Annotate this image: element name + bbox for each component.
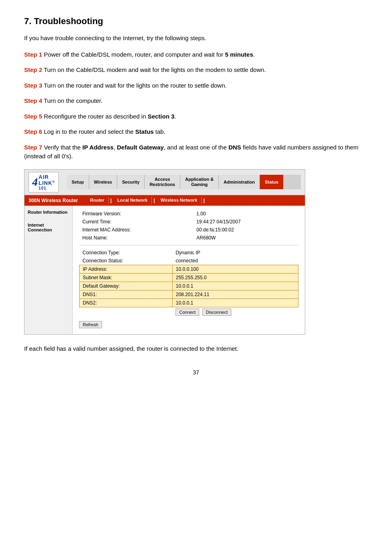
step-2-text: Turn on the Cable/DSL modem and wait for… <box>42 66 266 73</box>
step-5-text: Reconfigure the router as described in <box>42 113 148 120</box>
table-row-highlighted: DNS1: 208.201.224.11 <box>80 290 298 299</box>
router-logo: 4 AIR LINK® 101 <box>29 172 59 192</box>
table-row-highlighted: DNS2: 10.0.0.1 <box>80 299 298 307</box>
router-sidebar: Router Information Internet Connection <box>24 206 73 334</box>
router-title-label: 300N Wireless Router <box>29 198 78 203</box>
page-number: 37 <box>24 369 368 376</box>
gateway-value: 10.0.0.1 <box>172 282 298 290</box>
step-6-text2: tab. <box>154 128 165 135</box>
logo-airlink: AIR LINK® 101 <box>39 174 55 190</box>
tab-administration[interactable]: Administration <box>219 175 260 189</box>
step-1-bold: 5 minutes <box>225 51 253 58</box>
conn-type-value: Dynamic IP <box>172 249 298 257</box>
step-3-label: Step 3 <box>24 82 42 89</box>
subnet-label: Subnet Mask: <box>80 273 173 282</box>
sub-tab-sep1: | <box>109 197 113 204</box>
table-row: Connection Status: connected <box>80 257 298 265</box>
step-7-bold3: DNS <box>229 144 241 151</box>
page-title: 7. Troubleshooting <box>24 16 368 27</box>
table-row: Firmware Version: 1.00 <box>79 210 298 218</box>
dns2-value: 10.0.0.1 <box>172 299 298 307</box>
tab-wireless[interactable]: Wireless <box>89 175 117 189</box>
logo-box: 4 AIR LINK® 101 <box>29 172 59 192</box>
step-6-label: Step 6 <box>24 128 42 135</box>
table-row: Host Name: AR680W <box>79 234 298 242</box>
table-row: Connect Disconnect <box>80 307 298 317</box>
hostname-value: AR680W <box>193 234 298 242</box>
table-row: Connection Type: Dynamic IP <box>80 249 298 257</box>
step-2-label: Step 2 <box>24 66 42 73</box>
buttons-label <box>80 307 173 317</box>
hostname-label: Host Name: <box>79 234 193 242</box>
conn-type-label: Connection Type: <box>80 249 173 257</box>
sub-tab-sep3: | <box>202 197 206 204</box>
tab-status[interactable]: Status <box>260 175 284 189</box>
sub-tab-router[interactable]: Router <box>86 197 108 204</box>
step-6-text: Log in to the router and select the <box>42 128 135 135</box>
logo-four: 4 <box>32 176 38 188</box>
current-time-label: Current Time: <box>79 218 193 226</box>
table-row-highlighted: IP Address: 10.0.0.100 <box>80 265 298 273</box>
conn-status-value: connected <box>172 257 298 265</box>
step-1-text: Power off the Cable/DSL modem, router, a… <box>42 51 225 58</box>
closing-text: If each field has a valid number assigne… <box>24 344 368 354</box>
nav-tabs: Setup Wireless Security AccessRestrictio… <box>67 175 301 189</box>
step-7-text4: , and at least one of the <box>164 144 229 151</box>
subnet-value: 255.255.255.0 <box>172 273 298 282</box>
router-ui-container: 4 AIR LINK® 101 Setup Wireless Security … <box>24 169 305 335</box>
ip-value: 10.0.0.100 <box>172 265 298 273</box>
step-7-bold2: Default Gateway <box>117 144 164 151</box>
step-7-bold1: IP Address <box>82 144 114 151</box>
refresh-button[interactable]: Refresh <box>79 321 102 328</box>
router-screenshot: 4 AIR LINK® 101 Setup Wireless Security … <box>24 169 368 335</box>
mac-value: 00:de:fa:15:00:02 <box>193 226 298 234</box>
step-5-bold: Section 3 <box>148 113 175 120</box>
step-4: Step 4 Turn on the computer. <box>24 96 368 106</box>
sub-tab-local-network[interactable]: Local Network <box>113 197 152 204</box>
mac-label: Internet MAC Address: <box>79 226 193 234</box>
step-7: Step 7 Verify that the IP Address, Defau… <box>24 143 368 161</box>
table-row: Internet MAC Address: 00:de:fa:15:00:02 <box>79 226 298 234</box>
logo-101-text: 101 <box>39 186 55 190</box>
sub-tab-sep2: | <box>152 197 156 204</box>
conn-status-label: Connection Status: <box>80 257 173 265</box>
dns2-label: DNS2: <box>80 299 173 307</box>
firmware-label: Firmware Version: <box>79 210 193 218</box>
gateway-label: Default Gateway: <box>80 282 173 290</box>
sidebar-internet-conn: Internet Connection <box>28 223 69 232</box>
tab-setup[interactable]: Setup <box>67 175 89 189</box>
step-4-text: Turn on the computer. <box>42 97 102 104</box>
tab-access-restrictions[interactable]: AccessRestrictions <box>145 175 180 189</box>
logo-link-text: LINK® <box>39 180 55 186</box>
sidebar-router-info: Router Information <box>28 210 69 215</box>
table-row: Current Time: 19:44:27 04/15/2007 <box>79 218 298 226</box>
refresh-section: Refresh <box>79 321 298 328</box>
router-info-table: Firmware Version: 1.00 Current Time: 19:… <box>79 210 298 242</box>
router-subheader: 300N Wireless Router Router | Local Netw… <box>24 195 305 206</box>
dns1-value: 208.201.224.11 <box>172 290 298 299</box>
step-7-text: Verify that the <box>42 144 82 151</box>
disconnect-button[interactable]: Disconnect <box>202 309 231 316</box>
step-3: Step 3 Turn on the router and wait for t… <box>24 81 368 90</box>
tab-security[interactable]: Security <box>117 175 145 189</box>
intro-text: If you have trouble connecting to the In… <box>24 34 368 43</box>
firmware-value: 1.00 <box>193 210 298 218</box>
step-4-label: Step 4 <box>24 97 42 104</box>
tab-application-gaming[interactable]: Application &Gaming <box>180 175 219 189</box>
step-6-bold: Status <box>135 128 154 135</box>
step-5-label: Step 5 <box>24 113 42 120</box>
connect-button[interactable]: Connect <box>176 309 199 316</box>
logo-reg: ® <box>52 180 55 184</box>
step-2: Step 2 Turn on the Cable/DSL modem and w… <box>24 65 368 75</box>
internet-info-table: Connection Type: Dynamic IP Connection S… <box>79 249 298 317</box>
table-row-highlighted: Default Gateway: 10.0.0.1 <box>80 282 298 290</box>
step-3-text: Turn on the router and wait for the ligh… <box>42 82 227 89</box>
sub-tab-wireless-network[interactable]: Wireless Network <box>157 197 202 204</box>
step-1-text2: . <box>253 51 255 58</box>
router-main: Firmware Version: 1.00 Current Time: 19:… <box>73 206 305 334</box>
router-header: 4 AIR LINK® 101 Setup Wireless Security … <box>24 170 305 195</box>
ip-label: IP Address: <box>80 265 173 273</box>
step-5: Step 5 Reconfigure the router as describ… <box>24 112 368 121</box>
table-row-highlighted: Subnet Mask: 255.255.255.0 <box>80 273 298 282</box>
sub-tabs: Router | Local Network | Wireless Networ… <box>86 197 206 204</box>
